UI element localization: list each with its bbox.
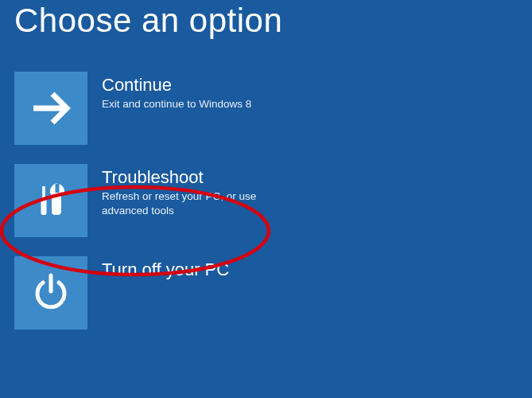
arrow-right-icon [29,86,73,131]
power-icon [29,271,73,315]
page-title: Choose an option [14,2,518,40]
option-turnoff-label: Turn off your PC [102,256,229,282]
tools-icon [29,178,73,223]
turnoff-tile [14,256,87,330]
svg-rect-3 [55,194,60,213]
options-list: Continue Exit and continue to Windows 8 [14,72,518,330]
option-continue-label: Continue Exit and continue to Windows 8 [102,72,251,111]
option-desc: Refresh or reset your PC, or use advance… [102,189,285,218]
svg-rect-1 [42,186,45,197]
option-title: Troubleshoot [102,167,285,188]
continue-tile [14,72,87,145]
option-continue[interactable]: Continue Exit and continue to Windows 8 [14,72,251,145]
option-title: Continue [102,75,251,96]
option-troubleshoot[interactable]: Troubleshoot Refresh or reset your PC, o… [14,164,285,237]
option-desc: Exit and continue to Windows 8 [102,97,251,111]
svg-rect-2 [41,197,47,215]
option-title: Turn off your PC [102,259,229,280]
svg-rect-4 [56,184,60,193]
option-troubleshoot-label: Troubleshoot Refresh or reset your PC, o… [102,164,285,218]
troubleshoot-tile [14,164,87,237]
option-turnoff[interactable]: Turn off your PC [14,256,229,330]
